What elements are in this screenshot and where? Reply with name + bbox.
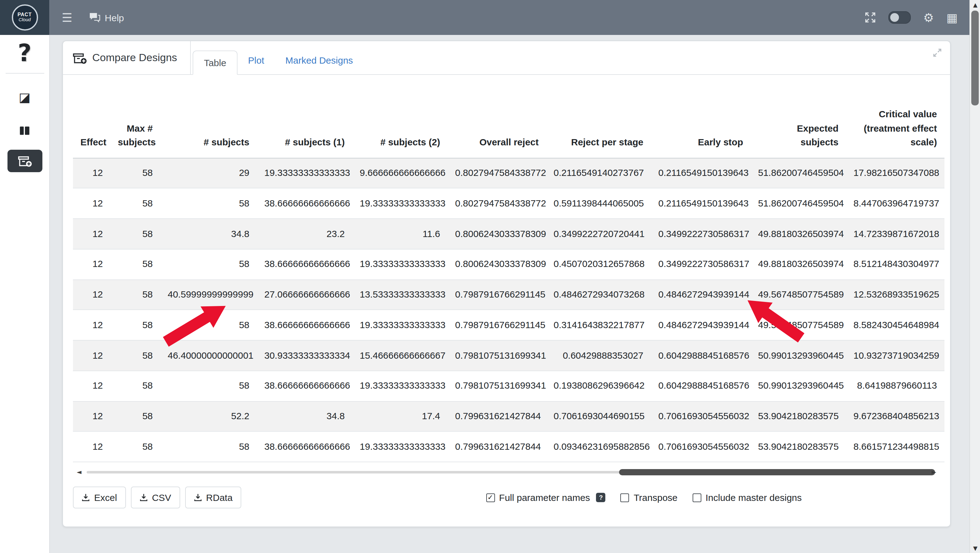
- table-cell: 0.4846272943939144: [651, 279, 751, 310]
- table-cell: 0.8027947584338772: [448, 158, 546, 188]
- table-row[interactable]: 125840.5999999999999927.0666666666666613…: [73, 279, 945, 310]
- vscrollbar-thumb[interactable]: [971, 11, 979, 105]
- card-footer: Excel CSV: [73, 486, 940, 508]
- card-expand-icon[interactable]: [932, 48, 942, 57]
- scroll-up-arrow[interactable]: ▲: [970, 2, 980, 8]
- table-cell: 58: [160, 310, 257, 341]
- checkbox-full-parameter-names[interactable]: ✓ Full parameter names ?: [486, 492, 606, 503]
- horizontal-scrollbar[interactable]: ◄ ►: [74, 467, 939, 477]
- tab-marked-designs[interactable]: Marked Designs: [275, 49, 364, 74]
- column-header: Max # subjects: [110, 104, 160, 158]
- rdata-button-label: RData: [206, 492, 232, 503]
- vertical-scrollbar[interactable]: ▲ ▼: [969, 0, 980, 553]
- compare-designs-icon: [73, 51, 87, 64]
- table-cell: 0.8006243033378309: [448, 218, 546, 249]
- card-body: EffectMax # subjects# subjects# subjects…: [63, 75, 950, 520]
- csv-button-label: CSV: [152, 492, 171, 503]
- table-cell: 58: [160, 432, 257, 462]
- table-cell: 13.53333333333333: [352, 279, 448, 310]
- compare-designs-card: Compare Designs Table Plot Marked Design…: [62, 41, 951, 527]
- sidebar-item-library-icon[interactable]: [7, 121, 42, 141]
- pact-cloud-logo: PACT Cloud: [11, 4, 38, 30]
- table-cell: 27.06666666666666: [257, 279, 352, 310]
- scroll-right-arrow[interactable]: ►: [932, 468, 936, 477]
- scroll-down-arrow[interactable]: ▼: [970, 545, 980, 551]
- table-cell: 0.2116549150139643: [651, 158, 751, 188]
- column-header: Early stop: [651, 104, 751, 158]
- table-row[interactable]: 12585838.6666666666666619.33333333333333…: [73, 371, 945, 402]
- table-cell: 34.8: [257, 401, 352, 432]
- sidebar-item-notes-icon[interactable]: ◪: [7, 87, 42, 107]
- tab-table[interactable]: Table: [192, 51, 237, 75]
- table-cell: 49.56748507754589: [751, 310, 846, 341]
- csv-download-button[interactable]: CSV: [130, 486, 180, 508]
- app-logo-block[interactable]: PACT Cloud: [0, 0, 49, 35]
- checkbox-include-master-designs[interactable]: ✓ Include master designs: [693, 492, 802, 503]
- topbar-actions: ⚙ ▦: [865, 11, 958, 24]
- app-viewport: ☰ Help ⚙ ▦ PACT Clou: [0, 0, 980, 553]
- sidebar-divider: [5, 73, 44, 73]
- table-cell: 19.33333333333333: [257, 158, 352, 188]
- table-cell: 0.7061693054556032: [651, 432, 751, 462]
- table-cell: 0.799631621427844: [448, 401, 546, 432]
- table-cell: 0.2116549150139643: [651, 188, 751, 219]
- table-cell: 51.86200746459504: [751, 188, 846, 219]
- theme-toggle[interactable]: [888, 11, 911, 24]
- table-cell: 19.33333333333333: [352, 432, 448, 462]
- table-cell: 12: [73, 401, 110, 432]
- grid-icon[interactable]: ▦: [947, 11, 958, 23]
- rdata-download-button[interactable]: RData: [185, 486, 241, 508]
- excel-button-label: Excel: [94, 492, 117, 503]
- scroll-left-arrow[interactable]: ◄: [77, 468, 81, 477]
- help-button[interactable]: Help: [89, 12, 124, 23]
- table-row[interactable]: 12585838.6666666666666619.33333333333333…: [73, 188, 945, 219]
- table-cell: 53.9042180283575: [751, 432, 846, 462]
- table-cell: 0.4846272934073268: [546, 279, 651, 310]
- compare-designs-box-plus-icon: [18, 155, 32, 167]
- table-row[interactable]: 12582919.333333333333339.666666666666666…: [73, 158, 945, 188]
- table-cell: 0.3141643832217877: [546, 310, 651, 341]
- table-options: ✓ Full parameter names ? ✓ Transpose ✓ I…: [486, 492, 802, 503]
- sidebar-item-compare-designs[interactable]: [7, 150, 42, 172]
- menu-icon[interactable]: ☰: [62, 11, 72, 24]
- table-cell: 14.72339871672018: [846, 218, 945, 249]
- table-row[interactable]: 125834.823.211.60.80062430333783090.3499…: [73, 218, 945, 249]
- check-icon: ✓: [487, 494, 493, 501]
- hscrollbar-thumb[interactable]: [619, 469, 935, 475]
- table-header-row: EffectMax # subjects# subjects# subjects…: [73, 104, 945, 158]
- table-cell: 46.40000000000001: [160, 340, 257, 371]
- table-row[interactable]: 12585838.6666666666666619.33333333333333…: [73, 310, 945, 341]
- settings-gear-icon[interactable]: ⚙: [923, 11, 934, 23]
- table-row[interactable]: 12585838.6666666666666619.33333333333333…: [73, 249, 945, 280]
- table-cell: 58: [160, 188, 257, 219]
- fullscreen-icon[interactable]: [865, 12, 876, 23]
- tab-plot[interactable]: Plot: [237, 49, 275, 74]
- table-cell: 9.672368404856213: [846, 401, 945, 432]
- column-header: # subjects: [160, 104, 257, 158]
- help-badge-icon[interactable]: ?: [596, 493, 606, 502]
- sidebar: ? ◪: [0, 35, 50, 553]
- help-question-icon[interactable]: ?: [18, 40, 32, 67]
- table-cell: 0.8006243033378309: [448, 249, 546, 280]
- table-cell: 17.98216507347088: [846, 158, 945, 188]
- table-cell: 38.66666666666666: [257, 432, 352, 462]
- table-cell: 49.88180326503974: [751, 218, 846, 249]
- table-cell: 0.8027947584338772: [448, 188, 546, 219]
- table-cell: 58: [110, 401, 160, 432]
- column-header: Critical value (treatment effect scale): [846, 104, 945, 158]
- table-row[interactable]: 125846.4000000000000130.9333333333333415…: [73, 340, 945, 371]
- table-cell: 58: [160, 249, 257, 280]
- checkbox-label: Full parameter names: [499, 492, 590, 503]
- checkbox-transpose[interactable]: ✓ Transpose: [620, 492, 678, 503]
- table-row[interactable]: 125852.234.817.40.7996316214278440.70616…: [73, 401, 945, 432]
- tab-bar: Table Plot Marked Designs: [192, 41, 363, 74]
- column-header: # subjects (1): [257, 104, 352, 158]
- table-cell: 0.4507020312657868: [546, 249, 651, 280]
- table-row[interactable]: 12585838.6666666666666619.33333333333333…: [73, 432, 945, 462]
- download-icon: [139, 493, 148, 502]
- excel-download-button[interactable]: Excel: [73, 486, 126, 508]
- card-title-label: Compare Designs: [92, 51, 177, 64]
- table-cell: 0.3499222730586317: [651, 218, 751, 249]
- table-cell: 0.2116549140273767: [546, 158, 651, 188]
- table-cell: 15.46666666666667: [352, 340, 448, 371]
